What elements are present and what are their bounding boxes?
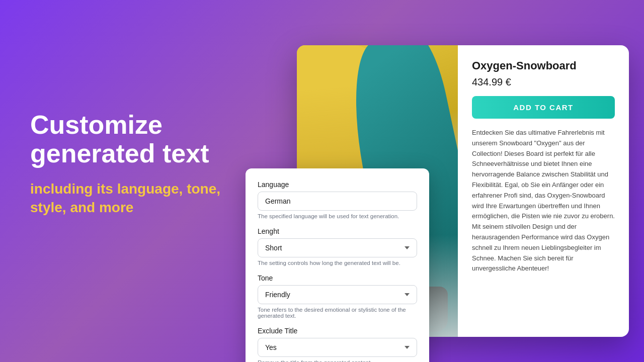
heading-line1: Customize: [30, 110, 163, 139]
length-field-group: Lenght Short Medium Long The setting con…: [258, 227, 417, 266]
product-detail: Oxygen-Snowboard 434.99 € ADD TO CART En…: [458, 45, 629, 337]
product-price: 434.99 €: [472, 76, 615, 88]
language-input[interactable]: [258, 192, 417, 211]
length-select[interactable]: Short Medium Long: [258, 238, 417, 257]
language-hint: The specified language will be used for …: [258, 213, 417, 219]
exclude-title-label: Exclude Title: [258, 327, 417, 335]
tone-select[interactable]: Friendly Professional Casual Formal: [258, 285, 417, 304]
language-field-group: Language The specified language will be …: [258, 180, 417, 219]
tone-label: Tone: [258, 274, 417, 282]
tone-hint: Tone refers to the desired emotional or …: [258, 307, 417, 319]
exclude-title-select[interactable]: Yes No: [258, 338, 417, 357]
add-to-cart-button[interactable]: ADD TO CART: [472, 96, 615, 119]
exclude-title-hint: Remove the title from the generated cont…: [258, 359, 417, 362]
tone-field-group: Tone Friendly Professional Casual Formal…: [258, 274, 417, 319]
left-section: Customize generated text including its l…: [30, 111, 242, 217]
product-name: Oxygen-Snowboard: [472, 59, 615, 72]
main-heading: Customize generated text: [30, 111, 242, 168]
product-description: Entdecken Sie das ultimative Fahrerlebni…: [472, 128, 615, 274]
settings-panel: Language The specified language will be …: [246, 168, 429, 362]
exclude-title-field-group: Exclude Title Yes No Remove the title fr…: [258, 327, 417, 362]
sub-heading: including its language, tone, style, and…: [30, 180, 242, 217]
length-hint: The setting controls how long the genera…: [258, 260, 417, 266]
language-label: Language: [258, 180, 417, 189]
heading-line2: generated text: [30, 139, 209, 168]
length-label: Lenght: [258, 227, 417, 235]
